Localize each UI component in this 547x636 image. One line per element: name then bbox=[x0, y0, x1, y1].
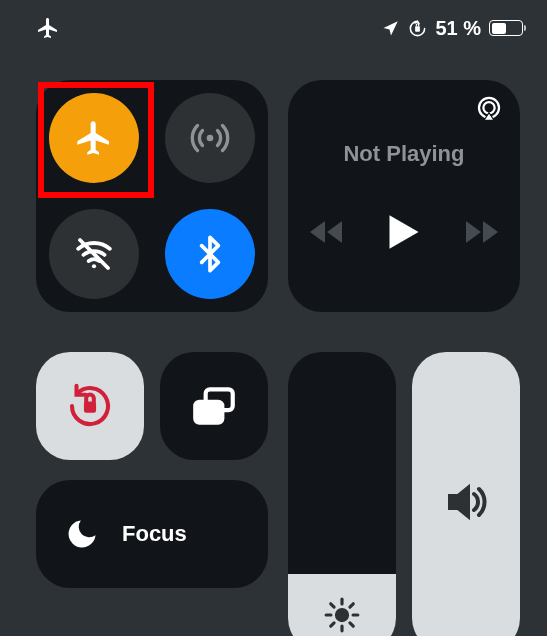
battery-fill bbox=[492, 23, 507, 34]
media-title: Not Playing bbox=[343, 141, 464, 167]
orientation-lock-status-icon bbox=[408, 19, 427, 38]
antenna-icon bbox=[190, 118, 230, 158]
wifi-toggle[interactable] bbox=[49, 209, 139, 299]
screen-mirroring-icon bbox=[189, 381, 239, 431]
airplay-button[interactable] bbox=[474, 94, 504, 124]
battery-icon bbox=[489, 20, 523, 36]
orientation-lock-toggle[interactable] bbox=[36, 352, 144, 460]
focus-label: Focus bbox=[122, 521, 187, 547]
speaker-icon bbox=[442, 478, 490, 526]
forward-button[interactable] bbox=[465, 219, 499, 245]
sun-icon bbox=[323, 596, 361, 634]
cellular-data-toggle[interactable] bbox=[165, 93, 255, 183]
svg-line-14 bbox=[331, 604, 334, 607]
bluetooth-toggle[interactable] bbox=[165, 209, 255, 299]
location-icon bbox=[382, 19, 400, 37]
control-center: Not Playing Focus bbox=[36, 80, 527, 636]
svg-point-1 bbox=[207, 135, 214, 142]
status-right: 51 % bbox=[382, 17, 523, 40]
svg-rect-8 bbox=[195, 402, 222, 423]
bluetooth-icon bbox=[190, 234, 230, 274]
battery-percent: 51 % bbox=[435, 17, 481, 40]
svg-line-17 bbox=[350, 604, 353, 607]
moon-icon bbox=[64, 516, 100, 552]
svg-line-16 bbox=[331, 623, 334, 626]
media-transport-controls bbox=[309, 213, 499, 251]
screen-mirroring-button[interactable] bbox=[160, 352, 268, 460]
svg-point-9 bbox=[336, 609, 347, 620]
brightness-slider[interactable] bbox=[288, 352, 396, 636]
airplane-icon bbox=[74, 118, 114, 158]
svg-line-15 bbox=[350, 623, 353, 626]
rewind-button[interactable] bbox=[309, 219, 343, 245]
brightness-fill bbox=[288, 574, 396, 636]
airplane-mode-toggle[interactable] bbox=[49, 93, 139, 183]
svg-rect-0 bbox=[416, 26, 421, 32]
svg-point-2 bbox=[92, 264, 96, 268]
volume-slider[interactable] bbox=[412, 352, 520, 636]
media-controls-tile[interactable]: Not Playing bbox=[288, 80, 520, 312]
focus-button[interactable]: Focus bbox=[36, 480, 268, 588]
play-button[interactable] bbox=[387, 213, 421, 251]
wifi-off-icon bbox=[73, 233, 115, 275]
orientation-lock-icon bbox=[63, 379, 117, 433]
status-bar: 51 % bbox=[0, 0, 547, 48]
connectivity-group bbox=[36, 80, 268, 312]
airplane-mode-status-icon bbox=[36, 16, 60, 40]
